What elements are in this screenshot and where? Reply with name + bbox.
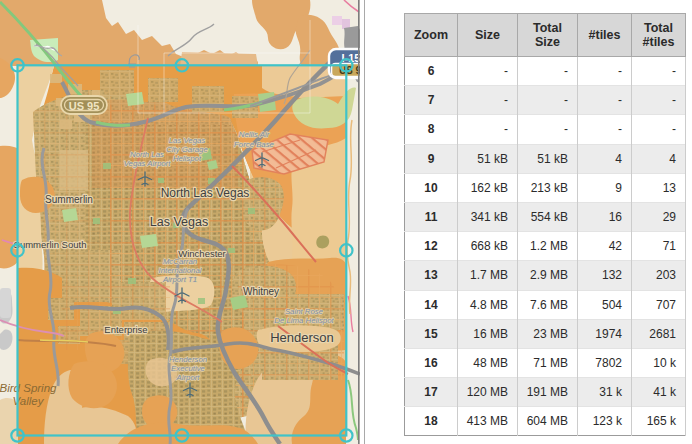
svg-text:Vegas Airport: Vegas Airport xyxy=(124,159,171,168)
svg-text:Force Base: Force Base xyxy=(234,140,275,149)
svg-text:Helispot: Helispot xyxy=(173,154,202,163)
svg-text:Saint Rose: Saint Rose xyxy=(285,307,324,316)
svg-text:International: International xyxy=(159,266,202,275)
svg-text:Summerlin: Summerlin xyxy=(45,194,93,205)
svg-text:Whitney: Whitney xyxy=(243,286,279,297)
svg-text:Executive: Executive xyxy=(171,364,205,373)
svg-text:Airport: Airport xyxy=(176,373,201,382)
svg-text:Las Vegas: Las Vegas xyxy=(150,215,208,229)
svg-text:Henderson: Henderson xyxy=(270,330,334,345)
svg-text:Enterprise: Enterprise xyxy=(104,324,147,335)
svg-text:North Las Vegas: North Las Vegas xyxy=(161,186,250,200)
svg-text:Bird Spring: Bird Spring xyxy=(0,382,57,394)
svg-text:Henderson: Henderson xyxy=(169,355,207,364)
svg-text:US 95: US 95 xyxy=(69,100,100,112)
svg-text:Las Vegas: Las Vegas xyxy=(169,136,206,145)
svg-text:City Garage: City Garage xyxy=(166,145,208,154)
svg-text:North Las: North Las xyxy=(130,150,164,159)
svg-text:McCarran: McCarran xyxy=(163,257,197,266)
svg-text:Nellis Air: Nellis Air xyxy=(239,130,270,139)
svg-text:De Lima Helispot: De Lima Helispot xyxy=(274,316,334,325)
svg-text:Airport T1: Airport T1 xyxy=(162,275,197,284)
